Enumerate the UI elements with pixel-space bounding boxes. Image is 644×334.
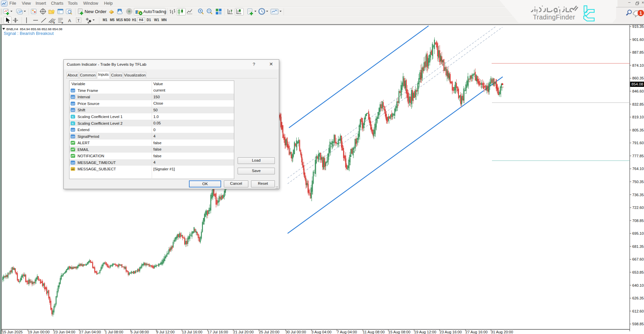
svg-text:23 Aug 16:00: 23 Aug 16:00: [440, 330, 462, 334]
svg-text:19 Jun 00:00: 19 Jun 00:00: [28, 330, 50, 334]
svg-text:612.60: 612.60: [632, 309, 644, 313]
svg-text:13 Jul 16:00: 13 Jul 16:00: [182, 330, 202, 334]
svg-text:F: F: [62, 22, 63, 24]
svg-text:791.60: 791.60: [632, 141, 644, 145]
svg-text:11 Aug 08:00: 11 Aug 08:00: [363, 330, 385, 334]
svg-text:764.10: 764.10: [632, 167, 644, 171]
svg-text:626.35: 626.35: [632, 296, 644, 300]
svg-text:New Order: New Order: [85, 9, 107, 14]
svg-text:640.10: 640.10: [632, 283, 644, 287]
svg-text:860.35: 860.35: [632, 76, 644, 80]
svg-text:805.35: 805.35: [632, 128, 644, 132]
svg-text:7 Aug 04:00: 7 Aug 04:00: [337, 330, 357, 334]
svg-text:9 Jul 12:00: 9 Jul 12:00: [156, 330, 175, 334]
svg-text:123: 123: [71, 109, 75, 111]
svg-text:846.60: 846.60: [632, 89, 644, 93]
svg-text:874.10: 874.10: [632, 63, 644, 67]
svg-text:15 Aug 08:00: 15 Aug 08:00: [388, 330, 410, 334]
svg-text:722.60: 722.60: [632, 206, 644, 210]
svg-text:17 Jul 16:00: 17 Jul 16:00: [208, 330, 228, 334]
svg-text:15 Jun 2025: 15 Jun 2025: [2, 330, 23, 334]
svg-text:30 Jul 00:00: 30 Jul 00:00: [286, 330, 306, 334]
svg-text:736.35: 736.35: [632, 193, 644, 197]
svg-text:123: 123: [71, 129, 75, 131]
svg-text:1 Jul 08:00: 1 Jul 08:00: [105, 330, 123, 334]
svg-text:ab: ab: [71, 168, 75, 171]
svg-text:5 Jul 08:00: 5 Jul 08:00: [131, 330, 149, 334]
svg-text:832.85: 832.85: [632, 102, 644, 106]
svg-text:854.08: 854.08: [632, 82, 643, 86]
svg-text:19 Aug 12:00: 19 Aug 12:00: [414, 330, 436, 334]
svg-text:AutoTrading: AutoTrading: [143, 9, 166, 14]
svg-text:887.85: 887.85: [632, 50, 644, 54]
svg-text:3 Aug 04:00: 3 Aug 04:00: [311, 330, 332, 334]
svg-text:777.85: 777.85: [632, 154, 644, 158]
svg-text:750.35: 750.35: [632, 180, 644, 184]
svg-text:681.35: 681.35: [632, 244, 644, 248]
svg-text:708.85: 708.85: [632, 219, 644, 223]
svg-text:½: ½: [72, 122, 74, 124]
svg-text:27 Aug 16:00: 27 Aug 16:00: [465, 330, 488, 334]
svg-text:901.60: 901.60: [632, 38, 644, 42]
svg-text:27 Jun 04:00: 27 Jun 04:00: [79, 330, 101, 334]
svg-text:½: ½: [72, 116, 74, 118]
svg-text:653.85: 653.85: [632, 270, 644, 274]
svg-text:123: 123: [71, 103, 75, 105]
svg-text:23 Jun 04:00: 23 Jun 04:00: [54, 330, 76, 334]
svg-text:21 Jul 20:00: 21 Jul 20:00: [233, 330, 254, 334]
svg-text:123: 123: [71, 96, 75, 98]
svg-text:25 Jul 20:00: 25 Jul 20:00: [259, 330, 280, 334]
svg-text:1: 1: [639, 11, 642, 16]
svg-text:667.60: 667.60: [632, 257, 644, 261]
svg-text:BNB,H4 854.94 855.66 852.68 8: BNB,H4 854.94 855.66 852.68 854.08: [6, 27, 62, 31]
svg-text:A: A: [68, 18, 71, 23]
svg-text:T: T: [78, 18, 80, 22]
svg-text:695.10: 695.10: [632, 231, 644, 235]
svg-text:819.10: 819.10: [632, 115, 644, 119]
svg-text:Signal : Bearish Breakout: Signal : Bearish Breakout: [4, 31, 54, 36]
svg-text:123: 123: [71, 89, 75, 92]
svg-text:123: 123: [71, 135, 75, 137]
svg-text:E: E: [53, 21, 55, 24]
svg-text:598.85: 598.85: [632, 322, 644, 326]
svg-text:123: 123: [71, 161, 75, 164]
svg-text:31 Aug 20:00: 31 Aug 20:00: [491, 330, 513, 334]
